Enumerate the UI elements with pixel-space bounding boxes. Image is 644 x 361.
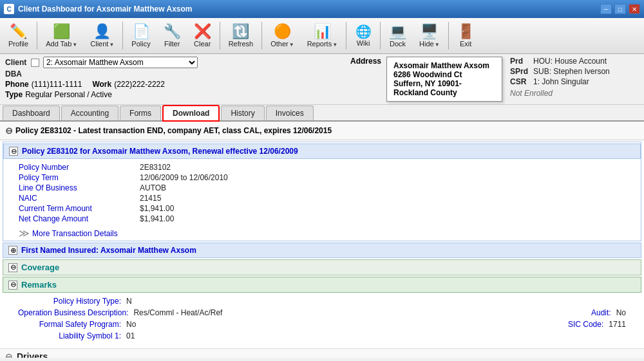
main-content: ⊖ Policy 2E83102 - Latest transaction EN… <box>0 122 644 358</box>
dock-label: Dock <box>390 40 406 48</box>
field-value-3: 21415 <box>140 194 625 203</box>
remarks-field-label-2: Formal Safety Program: <box>18 320 121 329</box>
exit-label: Exit <box>460 40 471 48</box>
dock-button[interactable]: 💻 Dock <box>383 19 412 52</box>
sep1 <box>37 22 37 50</box>
sep7 <box>448 22 449 50</box>
field-label-4: Current Term Amount <box>19 204 135 213</box>
coverage-section: ⊖ Coverage <box>3 259 641 275</box>
tab-dashboard[interactable]: Dashboard <box>3 106 60 120</box>
phone-value: (111)111-1111 <box>32 80 82 89</box>
reports-arrow: ▼ <box>332 42 337 48</box>
field-value-0: 2E83102 <box>140 163 625 172</box>
work-value: (222)222-2222 <box>114 80 165 89</box>
tab-forms[interactable]: Forms <box>120 106 161 120</box>
remarks-row-2: Formal Safety Program: No SIC Code: 1711 <box>18 320 626 329</box>
drivers-section: ⊖ Drivers <box>0 348 644 358</box>
remarks-field-label-0: Policy History Type: <box>18 297 121 306</box>
profile-button[interactable]: ✏️ Profile <box>3 19 34 52</box>
client-bar: Client 2: Axsomair Matthew Axsom DBA Pho… <box>0 54 644 105</box>
exit-icon: 🚪 <box>457 24 475 39</box>
wiki-button[interactable]: 🌐 Wiki <box>349 19 377 52</box>
policy-collapse-icon[interactable]: ⊖ <box>5 125 13 136</box>
remarks-field-value-3: 01 <box>126 331 135 340</box>
hide-arrow: ▼ <box>435 42 440 48</box>
remarks-right-2: SIC Code: 1711 <box>568 320 626 329</box>
first-named-section: ⊕ First Named Insured: Axsomair Matthew … <box>3 243 641 258</box>
remarks-fields: Policy History Type: N Operation Busines… <box>3 294 641 346</box>
policy-header: ⊖ Policy 2E83102 - Latest transaction EN… <box>0 122 644 140</box>
policy-section: ⊖ Policy 2E83102 for Axsomair Matthew Ax… <box>3 142 641 241</box>
other-label: Other <box>270 40 289 48</box>
close-button[interactable]: ✕ <box>629 4 640 14</box>
remarks-field-value-1: Res/Comml - Heat/Ac/Ref <box>133 308 222 317</box>
tab-invoices[interactable]: Invoices <box>266 106 314 120</box>
remarks-section: ⊖ Remarks Policy History Type: N Operati… <box>3 277 641 346</box>
more-details[interactable]: ≫ More Transaction Details <box>3 226 641 241</box>
field-value-4: $1,941.00 <box>140 204 625 213</box>
add-tab-button[interactable]: 🟩 Add Tab ▼ <box>40 19 83 52</box>
remarks-header[interactable]: ⊖ Remarks <box>3 277 641 293</box>
coverage-title: Coverage <box>21 263 59 272</box>
audit-label: Audit: <box>591 308 611 317</box>
sep3 <box>220 22 220 50</box>
sep4 <box>261 22 262 50</box>
policy-button[interactable]: 📄 Policy <box>126 19 156 52</box>
hide-button[interactable]: 🖥️ Hide ▼ <box>413 19 446 52</box>
sprd-value: SUB: Stephen Iverson <box>533 67 610 76</box>
refresh-label: Refresh <box>229 40 254 48</box>
policy-header-text: Policy 2E83102 - Latest transaction END,… <box>15 126 332 135</box>
add-tab-label: Add Tab <box>46 40 71 48</box>
address-section: Address Axsomair Matthew Axsom 6286 Wood… <box>350 57 502 102</box>
coverage-expand-icon[interactable]: ⊖ <box>8 263 17 272</box>
first-named-expand-icon[interactable]: ⊕ <box>8 246 17 255</box>
prd-value: HOU: House Account <box>533 57 607 66</box>
app-icon: C <box>4 4 14 14</box>
address-city-state: Suffern, NY 10901- <box>393 79 495 88</box>
client-button[interactable]: 👤 Client ▼ <box>84 19 120 52</box>
tab-history[interactable]: History <box>221 106 264 120</box>
sep6 <box>380 22 381 50</box>
remarks-expand-icon[interactable]: ⊖ <box>8 281 17 290</box>
title-bar: C Client Dashboard for Axsomair Matthew … <box>0 0 644 18</box>
filter-icon: 🔧 <box>164 24 181 39</box>
policy-expand-icon[interactable]: ⊖ <box>9 147 18 156</box>
sprd-label: SPrd <box>510 67 531 76</box>
clear-icon: ❌ <box>194 24 211 39</box>
window-controls[interactable]: ─ □ ✕ <box>600 4 640 14</box>
refresh-icon: 🔃 <box>232 24 249 39</box>
coverage-header[interactable]: ⊖ Coverage <box>3 259 641 275</box>
csr-row: CSR 1: John Singular <box>510 77 639 86</box>
drivers-expand-icon[interactable]: ⊖ <box>5 351 13 358</box>
profile-icon: ✏️ <box>10 24 27 39</box>
sep2 <box>122 22 123 50</box>
title-bar-text: Client Dashboard for Axsomair Matthew Ax… <box>18 5 193 14</box>
refresh-button[interactable]: 🔃 Refresh <box>223 19 260 52</box>
more-details-text: More Transaction Details <box>32 229 118 238</box>
minimize-button[interactable]: ─ <box>600 4 612 14</box>
first-named-title: First Named Insured: Axsomair Matthew Ax… <box>21 246 196 255</box>
right-info: Prd HOU: House Account SPrd SUB: Stephen… <box>510 57 639 98</box>
hide-label: Hide <box>419 40 434 48</box>
field-label-2: Line Of Business <box>19 183 135 192</box>
field-value-1: 12/06/2009 to 12/06/2010 <box>140 173 625 182</box>
first-named-header[interactable]: ⊕ First Named Insured: Axsomair Matthew … <box>3 243 641 258</box>
client-checkbox[interactable] <box>31 59 39 67</box>
tab-download[interactable]: Download <box>162 105 220 122</box>
maximize-button[interactable]: □ <box>614 4 626 14</box>
address-label: Address <box>350 57 381 66</box>
csr-label: CSR <box>510 77 531 86</box>
field-label-5: Net Change Amount <box>19 214 135 223</box>
tab-accounting[interactable]: Accounting <box>61 106 118 120</box>
dba-label: DBA <box>5 69 28 79</box>
remarks-title: Remarks <box>21 280 57 290</box>
clear-button[interactable]: ❌ Clear <box>188 19 217 52</box>
reports-button[interactable]: 📊 Reports ▼ <box>301 19 343 52</box>
exit-button[interactable]: 🚪 Exit <box>451 19 480 52</box>
address-popup: Axsomair Matthew Axsom 6286 Woodwind Ct … <box>386 57 502 102</box>
client-info: Client 2: Axsomair Matthew Axsom DBA Pho… <box>5 57 343 100</box>
policy-section-header[interactable]: ⊖ Policy 2E83102 for Axsomair Matthew Ax… <box>3 143 641 159</box>
filter-button[interactable]: 🔧 Filter <box>158 19 187 52</box>
other-button[interactable]: 🟠 Other ▼ <box>265 19 299 52</box>
client-select[interactable]: 2: Axsomair Matthew Axsom <box>43 57 198 68</box>
